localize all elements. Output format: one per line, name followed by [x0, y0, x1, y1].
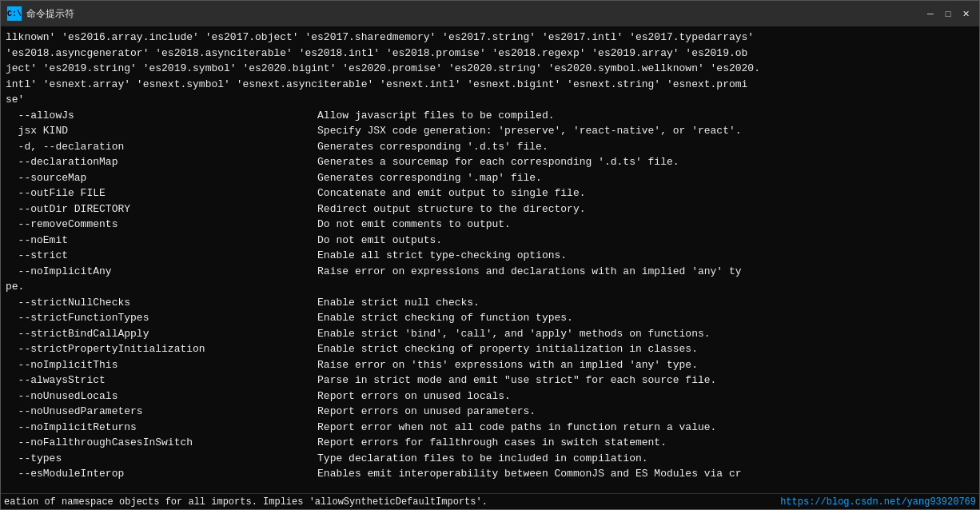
close-button[interactable]: ✕	[958, 6, 973, 21]
csdn-url: https://blog.csdn.net/yang93920769	[780, 496, 976, 508]
maximize-button[interactable]: □	[941, 6, 955, 21]
app-icon: C:\	[7, 6, 22, 21]
window-title: 命令提示符	[26, 7, 74, 21]
minimize-button[interactable]: ─	[923, 6, 938, 21]
title-bar: C:\ 命令提示符 ─ □ ✕	[1, 1, 979, 26]
title-bar-left: C:\ 命令提示符	[7, 6, 74, 21]
bottom-line-text: eation of namespace objects for all impo…	[4, 496, 488, 508]
terminal-text: llknown' 'es2016.array.include' 'es2017.…	[6, 30, 974, 482]
terminal-content: llknown' 'es2016.array.include' 'es2017.…	[6, 30, 974, 490]
window: C:\ 命令提示符 ─ □ ✕ llknown' 'es2016.array.i…	[0, 0, 980, 510]
bottom-bar: eation of namespace objects for all impo…	[1, 493, 979, 509]
terminal-area: llknown' 'es2016.array.include' 'es2017.…	[1, 26, 979, 493]
window-controls: ─ □ ✕	[923, 6, 973, 21]
